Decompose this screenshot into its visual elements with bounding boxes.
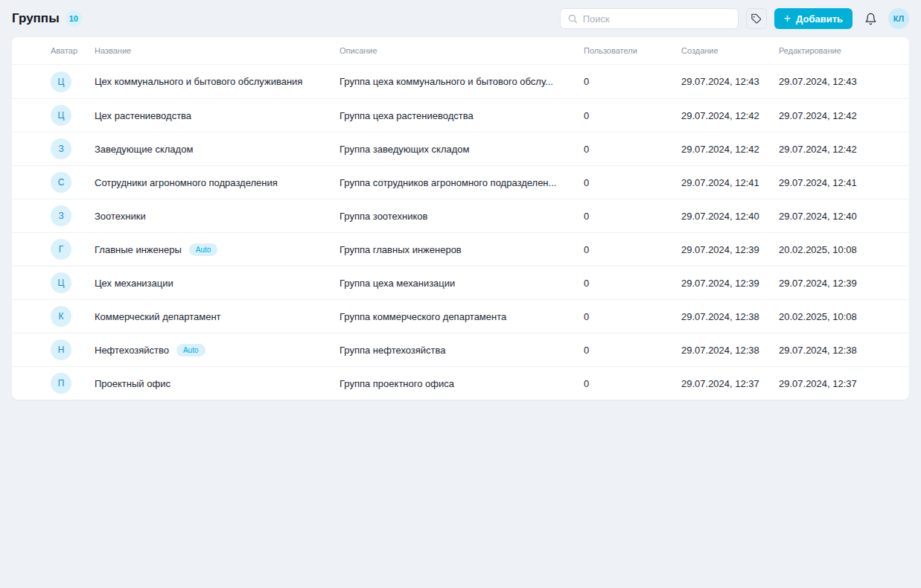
- group-created: 29.07.2024, 12:37: [681, 378, 779, 389]
- table-header-row: Аватар Название Описание Пользователи Со…: [12, 37, 909, 65]
- group-created: 29.07.2024, 12:42: [681, 110, 779, 121]
- group-description: Группа цеха коммунального и бытового обс…: [340, 76, 584, 87]
- group-edited: 29.07.2024, 12:40: [779, 211, 897, 222]
- group-avatar: З: [51, 205, 71, 226]
- auto-badge: Auto: [189, 243, 218, 256]
- group-avatar: Ц: [51, 105, 71, 126]
- search-input[interactable]: [583, 13, 731, 25]
- user-avatar[interactable]: КЛ: [888, 8, 909, 29]
- group-avatar: З: [51, 138, 71, 159]
- notifications-button[interactable]: [860, 8, 881, 29]
- group-avatar: Н: [51, 339, 71, 360]
- page-title: Группы: [12, 11, 60, 26]
- group-users-count: 0: [584, 244, 681, 255]
- table-row[interactable]: Ц Цех механизации Группа цеха механизаци…: [12, 266, 909, 299]
- group-edited: 29.07.2024, 12:42: [779, 144, 897, 155]
- group-users-count: 0: [584, 311, 681, 322]
- table-body: Ц Цех коммунального и бытового обслужива…: [12, 65, 909, 400]
- group-avatar: С: [51, 172, 71, 193]
- group-created: 29.07.2024, 12:39: [681, 244, 779, 255]
- col-header-description: Описание: [340, 46, 584, 55]
- group-name: Заведующие складом: [95, 144, 193, 155]
- tag-icon: [750, 13, 762, 25]
- group-description: Группа заведующих складом: [340, 144, 584, 155]
- group-created: 29.07.2024, 12:38: [681, 345, 779, 356]
- group-edited: 29.07.2024, 12:41: [779, 177, 897, 188]
- group-avatar: Ц: [51, 272, 71, 293]
- table-row[interactable]: П Проектный офис Группа проектного офиса…: [12, 366, 909, 400]
- plus-icon: +: [784, 13, 791, 25]
- topbar-actions: + Добавить КЛ: [560, 8, 909, 29]
- group-edited: 29.07.2024, 12:43: [779, 76, 897, 87]
- group-created: 29.07.2024, 12:42: [681, 144, 779, 155]
- group-description: Группа нефтехозяйства: [340, 345, 584, 356]
- table-row[interactable]: Ц Цех коммунального и бытового обслужива…: [12, 65, 909, 98]
- group-name: Нефтехозяйство: [95, 345, 169, 356]
- group-avatar: Г: [51, 239, 71, 260]
- group-created: 29.07.2024, 12:43: [681, 76, 779, 87]
- group-users-count: 0: [584, 211, 681, 222]
- group-description: Группа цеха механизации: [340, 278, 584, 289]
- group-created: 29.07.2024, 12:41: [681, 177, 779, 188]
- group-users-count: 0: [584, 278, 681, 289]
- group-created: 29.07.2024, 12:38: [681, 311, 779, 322]
- group-users-count: 0: [584, 345, 681, 356]
- group-avatar: К: [51, 306, 71, 327]
- group-avatar: П: [51, 373, 71, 394]
- group-name: Цех механизации: [95, 278, 173, 289]
- group-name: Цех растениеводства: [95, 110, 191, 121]
- search-box[interactable]: [560, 8, 739, 29]
- col-header-name: Название: [95, 46, 340, 55]
- group-name: Цех коммунального и бытового обслуживани…: [95, 76, 302, 87]
- group-name: Сотрудники агрономного подразделения: [95, 177, 278, 188]
- table-row[interactable]: З Зоотехники Группа зоотехников 0 29.07.…: [12, 199, 909, 232]
- group-created: 29.07.2024, 12:40: [681, 211, 779, 222]
- group-name: Коммерческий департамент: [95, 311, 221, 322]
- group-edited: 29.07.2024, 12:37: [779, 378, 897, 389]
- group-description: Группа цеха растениеводства: [340, 110, 584, 121]
- add-button-label: Добавить: [796, 13, 843, 25]
- add-button[interactable]: + Добавить: [774, 8, 853, 29]
- group-name: Главные инженеры: [95, 244, 182, 255]
- table-row[interactable]: С Сотрудники агрономного подразделения Г…: [12, 165, 909, 199]
- groups-table: Аватар Название Описание Пользователи Со…: [12, 37, 909, 400]
- search-icon: [567, 13, 578, 24]
- group-name: Зоотехники: [95, 211, 146, 222]
- group-edited: 29.07.2024, 12:42: [779, 110, 897, 121]
- group-users-count: 0: [584, 110, 681, 121]
- auto-badge: Auto: [176, 344, 205, 357]
- group-users-count: 0: [584, 378, 681, 389]
- table-row[interactable]: Ц Цех растениеводства Группа цеха растен…: [12, 98, 909, 132]
- col-header-created: Создание: [681, 46, 779, 55]
- topbar: Группы 10 + Добавить КЛ: [0, 0, 921, 37]
- group-edited: 29.07.2024, 12:38: [779, 345, 897, 356]
- group-users-count: 0: [584, 144, 681, 155]
- bell-icon: [864, 13, 877, 25]
- group-edited: 29.07.2024, 12:39: [779, 278, 897, 289]
- group-description: Группа проектного офиса: [340, 378, 584, 389]
- table-row[interactable]: Н Нефтехозяйство Auto Группа нефтехозяйс…: [12, 333, 909, 366]
- group-name: Проектный офис: [95, 378, 171, 389]
- group-users-count: 0: [584, 177, 681, 188]
- groups-count-badge: 10: [66, 10, 82, 27]
- col-header-edited: Редактирование: [779, 46, 897, 55]
- table-row[interactable]: Г Главные инженеры Auto Группа главных и…: [12, 232, 909, 266]
- col-header-users: Пользователи: [584, 46, 681, 55]
- group-description: Группа зоотехников: [340, 211, 584, 222]
- group-edited: 20.02.2025, 10:08: [779, 311, 897, 322]
- group-description: Группа главных инженеров: [340, 244, 584, 255]
- group-description: Группа коммерческого департамента: [340, 311, 584, 322]
- group-created: 29.07.2024, 12:39: [681, 278, 779, 289]
- group-description: Группа сотрудников агрономного подраздел…: [340, 177, 584, 188]
- group-users-count: 0: [584, 76, 681, 87]
- tags-button[interactable]: [746, 8, 767, 29]
- group-avatar: Ц: [51, 71, 71, 92]
- table-row[interactable]: К Коммерческий департамент Группа коммер…: [12, 299, 909, 333]
- col-header-avatar: Аватар: [51, 46, 95, 55]
- group-edited: 20.02.2025, 10:08: [779, 244, 897, 255]
- table-row[interactable]: З Заведующие складом Группа заведующих с…: [12, 132, 909, 165]
